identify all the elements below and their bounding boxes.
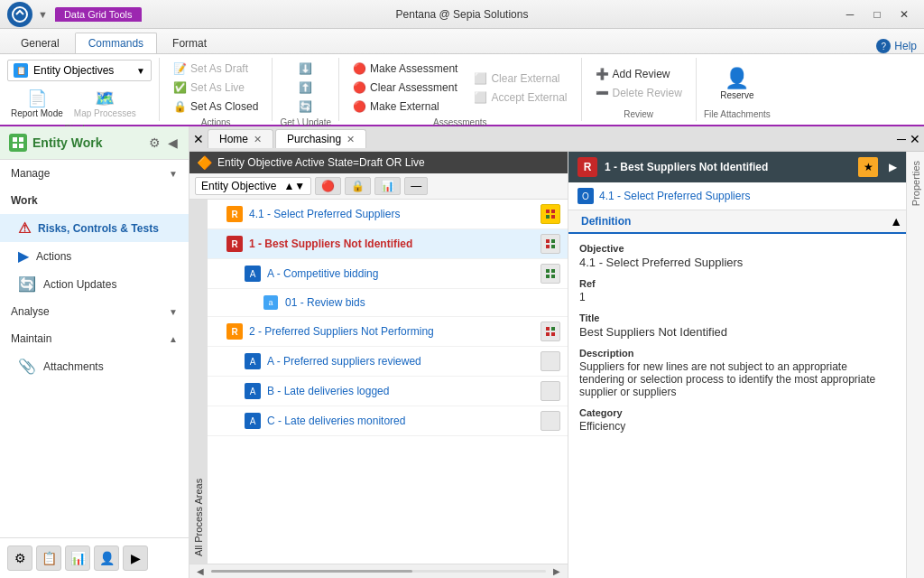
sidebar-item-action-updates[interactable]: 🔄 Action Updates xyxy=(0,270,189,298)
title-dropdown-icon[interactable]: ▼ xyxy=(38,9,48,20)
content-area: ✕ Home ✕ Purchasing ✕ ─ ✕ 🔶 Entity Objec… xyxy=(189,126,924,578)
content-minimize-button[interactable]: ─ xyxy=(897,132,906,146)
filter-sort-icon: ▲▼ xyxy=(283,180,305,192)
get-update-button2[interactable]: ⬆️ xyxy=(292,79,319,97)
svg-rect-17 xyxy=(546,327,550,331)
delete-review-button[interactable]: ➖ Delete Review xyxy=(589,84,688,102)
tab-bar-close[interactable]: ✕ xyxy=(193,132,204,146)
tab-home-close[interactable]: ✕ xyxy=(254,134,262,145)
detail-header-icon: R xyxy=(578,157,597,177)
help-icon[interactable]: ? xyxy=(876,39,891,53)
svg-rect-1 xyxy=(13,137,17,142)
filter-btn-2[interactable]: 🔒 xyxy=(345,177,371,195)
make-assessment-button[interactable]: 🔴 Make Assessment xyxy=(346,60,464,78)
filter-btn-3[interactable]: 📊 xyxy=(374,177,401,195)
sidebar-btn-3[interactable]: 📊 xyxy=(65,545,90,571)
maximize-button[interactable]: □ xyxy=(864,5,890,23)
actions-icon: ▶ xyxy=(18,247,29,265)
scroll-track[interactable] xyxy=(211,570,546,573)
tree-item-5[interactable]: A A - Preferred suppliers reviewed xyxy=(208,347,568,377)
get-icon: ⬇️ xyxy=(299,62,312,75)
sidebar-item-actions[interactable]: ▶ Actions xyxy=(0,242,189,270)
tree-item-7[interactable]: A C - Late deliveries monitored xyxy=(208,406,568,436)
help-label[interactable]: Help xyxy=(894,40,917,52)
tree-item-6[interactable]: A B - Late deliveries logged xyxy=(208,377,568,406)
svg-point-0 xyxy=(13,7,27,22)
manage-expand-arrow: ▼ xyxy=(169,169,178,179)
entity-objectives-dropdown[interactable]: 📋 Entity Objectives ▼ xyxy=(7,60,152,81)
sidebar-btn-4[interactable]: 👤 xyxy=(94,545,119,571)
report-mode-icon: 📄 xyxy=(27,89,47,108)
tree-item-1-text: 1 - Best Suppliers Not Identified xyxy=(249,238,535,250)
tab-purchasing[interactable]: Purchasing ✕ xyxy=(275,129,366,148)
tree-item-3[interactable]: a 01 - Review bids xyxy=(208,289,568,317)
sidebar-btn-more[interactable]: ▶ xyxy=(123,545,148,571)
content-close-button[interactable]: ✕ xyxy=(910,132,920,146)
clear-assessment-button[interactable]: 🔴 Clear Assessment xyxy=(346,79,464,97)
close-button[interactable]: ✕ xyxy=(892,5,917,23)
accept-external-button[interactable]: ⬜ Accept External xyxy=(467,89,573,107)
field-objective-label: Objective xyxy=(579,243,895,254)
set-as-live-button[interactable]: ✅ Set As Live xyxy=(167,79,264,97)
add-review-button[interactable]: ➕ Add Review xyxy=(589,65,688,83)
sidebar-section-manage-header[interactable]: Manage ▼ xyxy=(0,160,189,187)
clear-external-icon: ⬜ xyxy=(474,72,487,85)
sidebar-section-work-header[interactable]: Work xyxy=(0,187,189,214)
scroll-right-arrow[interactable]: ▶ xyxy=(550,566,564,576)
reserve-button[interactable]: 👤 Reserve xyxy=(714,63,760,104)
report-mode-button[interactable]: 📄 Report Mode xyxy=(7,85,67,122)
sidebar-item-risks-controls[interactable]: ⚠ Risks, Controls & Tests xyxy=(0,214,189,242)
maintain-expand-arrow: ▲ xyxy=(169,334,178,344)
get-update-button1[interactable]: ⬇️ xyxy=(292,60,319,78)
field-title-label: Title xyxy=(579,312,895,323)
filter-btn-1[interactable]: 🔴 xyxy=(315,177,341,195)
tab-format[interactable]: Format xyxy=(159,33,220,53)
entity-objective-filter[interactable]: Entity Objective ▲▼ xyxy=(195,177,311,195)
file-attachments-label: File Attachments xyxy=(704,109,771,119)
sidebar-item-attachments[interactable]: 📎 Attachments xyxy=(0,352,189,380)
tab-home[interactable]: Home ✕ xyxy=(208,129,273,148)
svg-rect-11 xyxy=(546,245,550,248)
properties-label: Properties xyxy=(910,161,921,206)
field-title: Title Best Suppliers Not Identified xyxy=(579,312,895,339)
sidebar-section-analyse-header[interactable]: Analyse ▼ xyxy=(0,298,189,325)
set-as-closed-button[interactable]: 🔒 Set As Closed xyxy=(167,98,264,116)
detail-tab-definition[interactable]: Definition xyxy=(568,210,643,234)
sidebar-settings-button[interactable]: ⚙ xyxy=(147,134,162,152)
set-as-draft-button[interactable]: 📝 Set As Draft xyxy=(167,60,264,78)
sidebar-btn-1[interactable]: ⚙ xyxy=(7,545,32,571)
detail-tab-scroll-up[interactable]: ▲ xyxy=(886,210,906,232)
get-update-button3[interactable]: 🔄 xyxy=(292,98,319,116)
field-description: Description Suppliers for new lines are … xyxy=(579,348,895,398)
sidebar-section-manage: Manage ▼ xyxy=(0,160,189,187)
tree-item-1[interactable]: R 1 - Best Suppliers Not Identified xyxy=(208,229,568,259)
minimize-button[interactable]: ─ xyxy=(837,5,863,23)
tree-content: R 4.1 - Select Preferred Suppliers xyxy=(208,200,568,564)
tree-item-0[interactable]: R 4.1 - Select Preferred Suppliers xyxy=(208,200,568,229)
tab-commands[interactable]: Commands xyxy=(75,33,157,53)
clear-external-button[interactable]: ⬜ Clear External xyxy=(467,70,573,88)
tree-item-2[interactable]: A A - Competitive bidding xyxy=(208,259,568,289)
sidebar-collapse-button[interactable]: ◀ xyxy=(166,134,180,152)
svg-rect-5 xyxy=(546,210,550,213)
tree-item-4[interactable]: R 2 - Preferred Suppliers Not Performing xyxy=(208,317,568,347)
detail-star-button[interactable]: ★ xyxy=(858,157,878,177)
ribbon-group-review: ➕ Add Review ➖ Delete Review Review xyxy=(582,58,697,121)
scroll-left-arrow[interactable]: ◀ xyxy=(193,566,208,576)
filter-icon: 🔶 xyxy=(197,155,212,170)
tree-item-7-text: C - Late deliveries monitored xyxy=(267,415,535,427)
svg-rect-20 xyxy=(551,332,555,336)
svg-rect-7 xyxy=(546,215,550,219)
make-external-button[interactable]: 🔴 Make External xyxy=(346,98,464,116)
map-processes-button[interactable]: 🗺️ Map Processes xyxy=(70,85,140,122)
tab-purchasing-close[interactable]: ✕ xyxy=(346,134,355,145)
process-panel-footer: ◀ ▶ xyxy=(189,564,568,578)
sidebar-section-maintain-header[interactable]: Maintain ▲ xyxy=(0,325,189,352)
filter-btn-4[interactable]: — xyxy=(404,177,428,195)
sidebar-header-icon xyxy=(9,134,27,152)
tree-item-5-icon: A xyxy=(244,352,262,370)
sidebar-btn-2[interactable]: 📋 xyxy=(36,545,61,571)
detail-expand-button[interactable]: ▶ xyxy=(889,161,897,173)
content-tab-bar: ✕ Home ✕ Purchasing ✕ ─ ✕ xyxy=(189,126,924,152)
tab-general[interactable]: General xyxy=(7,33,73,53)
